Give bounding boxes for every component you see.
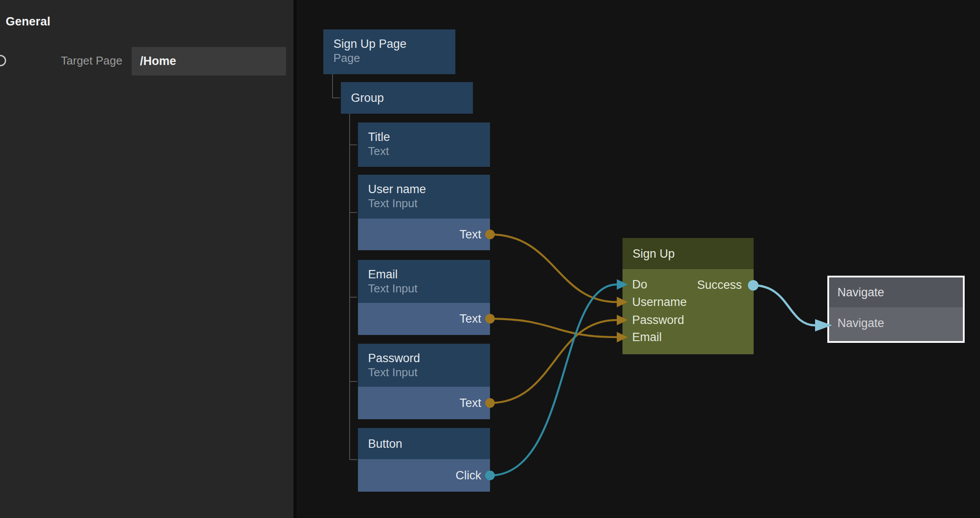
- node-group[interactable]: Group: [341, 82, 473, 114]
- node-subtitle: Text Input: [368, 366, 490, 379]
- node-email[interactable]: Email Text Input Text: [358, 260, 490, 335]
- target-page-label: Target Page: [39, 54, 122, 68]
- input-port-email[interactable]: Email: [632, 330, 662, 345]
- port-label-text: Text: [459, 228, 481, 241]
- target-page-input[interactable]: [132, 47, 286, 76]
- port-label-click: Click: [456, 469, 482, 482]
- output-port-row[interactable]: Text: [358, 387, 490, 419]
- properties-panel: General Target Page: [0, 0, 293, 518]
- output-port-row[interactable]: Text: [358, 303, 490, 335]
- wire-email-text-to-signup-email[interactable]: [490, 319, 617, 337]
- node-title: Sign Up: [633, 246, 675, 261]
- input-port-password[interactable]: Password: [632, 313, 684, 327]
- wire-button-click-to-signup-do[interactable]: [490, 284, 617, 475]
- wire-signup-success-to-navigate[interactable]: [753, 285, 815, 325]
- output-port-row[interactable]: Text: [358, 219, 490, 250]
- node-subtitle: Text Input: [368, 197, 490, 210]
- wire-username-text-to-signup-username[interactable]: [490, 234, 617, 302]
- input-port-do[interactable]: Do: [632, 277, 647, 292]
- port-label-text: Text: [459, 396, 481, 410]
- node-title: Navigate: [837, 286, 884, 299]
- tree-connector-page-group: [333, 74, 340, 98]
- node-user-name[interactable]: User name Text Input Text: [358, 175, 490, 250]
- panel-divider: [293, 0, 297, 518]
- port-label-text: Text: [459, 312, 481, 326]
- node-subtitle: Text: [368, 144, 490, 158]
- node-password[interactable]: Password Text Input Text: [358, 344, 490, 419]
- node-button[interactable]: Button Click: [358, 428, 490, 492]
- node-title: Password: [368, 351, 490, 366]
- node-title: Group: [351, 90, 384, 105]
- node-sign-up[interactable]: Sign Up Do Username Password Email Succe…: [622, 238, 754, 354]
- node-title-text[interactable]: Title Text: [358, 122, 490, 167]
- node-subtitle: Page: [333, 51, 455, 65]
- node-title: Title: [368, 130, 490, 144]
- node-title: Email: [368, 267, 490, 282]
- property-connector-circle-icon[interactable]: [0, 55, 6, 66]
- node-title: User name: [368, 182, 490, 197]
- tree-connector-stubs: [350, 145, 357, 460]
- output-port-row[interactable]: Click: [358, 459, 490, 492]
- node-subtitle: Text Input: [368, 282, 490, 295]
- input-port-navigate[interactable]: Navigate: [829, 307, 963, 339]
- wire-password-text-to-signup-password[interactable]: [490, 320, 617, 403]
- input-port-username[interactable]: Username: [632, 295, 687, 309]
- panel-section-title: General: [6, 15, 50, 29]
- node-title: Sign Up Page: [333, 36, 455, 51]
- output-port-success[interactable]: Success: [697, 277, 742, 292]
- node-title: Button: [368, 436, 402, 451]
- port-label-navigate: Navigate: [837, 317, 884, 330]
- node-navigate[interactable]: Navigate Navigate: [827, 276, 965, 343]
- node-sign-up-page[interactable]: Sign Up Page Page: [323, 29, 455, 74]
